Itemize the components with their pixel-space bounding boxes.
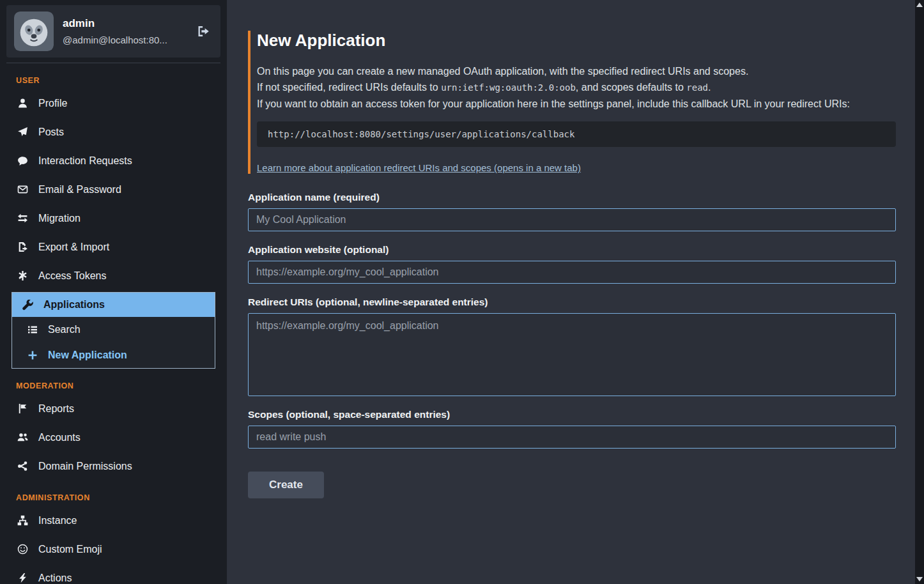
user-icon bbox=[16, 98, 29, 109]
read-code: read bbox=[686, 82, 708, 93]
scopes-input[interactable] bbox=[248, 426, 896, 449]
user-name: admin bbox=[63, 17, 185, 30]
paper-plane-icon bbox=[16, 127, 29, 137]
users-icon bbox=[16, 432, 29, 443]
file-export-icon bbox=[16, 242, 29, 252]
sidebar-item-label: Domain Permissions bbox=[38, 461, 132, 472]
redirect-uris-field-group: Redirect URIs (optional, newline-separat… bbox=[248, 296, 896, 396]
main-panel: New Application On this page you can cre… bbox=[227, 0, 915, 584]
sidebar-subitem-label: New Application bbox=[48, 350, 127, 361]
new-application-intro: New Application On this page you can cre… bbox=[248, 31, 896, 174]
sidebar-item-interaction-requests[interactable]: Interaction Requests bbox=[0, 146, 227, 175]
screwdriver-wrench-icon bbox=[21, 300, 34, 311]
intro-line-1: On this page you can create a new manage… bbox=[257, 63, 896, 79]
share-nodes-icon bbox=[16, 461, 29, 472]
bolt-icon bbox=[16, 572, 29, 583]
sidebar-item-label: Access Tokens bbox=[38, 270, 106, 282]
redirect-uris-label: Redirect URIs (optional, newline-separat… bbox=[248, 296, 896, 308]
face-smile-icon bbox=[16, 544, 29, 555]
comment-icon bbox=[16, 155, 29, 166]
applications-group: Applications Search New Application bbox=[12, 292, 215, 369]
sidebar-subitem-search[interactable]: Search bbox=[12, 317, 215, 342]
scrollbar[interactable] bbox=[915, 0, 924, 584]
intro-text: On this page you can create a new manage… bbox=[257, 63, 896, 112]
plus-icon bbox=[26, 350, 39, 360]
callback-url-code: http://localhost:8080/settings/user/appl… bbox=[257, 121, 896, 147]
intro-line-2: If not specified, redirect URIs defaults… bbox=[257, 79, 896, 96]
sidebar-item-label: Reports bbox=[38, 403, 74, 415]
arrows-left-right-icon bbox=[16, 213, 29, 224]
create-button[interactable]: Create bbox=[248, 472, 324, 498]
sidebar-item-label: Actions bbox=[38, 572, 72, 584]
sidebar-subitem-new-application[interactable]: New Application bbox=[12, 342, 215, 368]
sidebar-item-export-import[interactable]: Export & Import bbox=[0, 233, 227, 261]
sidebar-item-domain-permissions[interactable]: Domain Permissions bbox=[0, 452, 227, 480]
sidebar-item-label: Instance bbox=[38, 515, 77, 526]
sidebar-item-actions[interactable]: Actions bbox=[0, 564, 227, 584]
sidebar-item-profile[interactable]: Profile bbox=[0, 89, 227, 118]
page-title: New Application bbox=[257, 31, 896, 50]
user-card[interactable]: admin @admin@localhost:80... bbox=[6, 5, 220, 58]
sidebar-item-accounts[interactable]: Accounts bbox=[0, 423, 227, 452]
application-name-field-group: Application name (required) bbox=[248, 192, 896, 231]
sidebar-item-applications[interactable]: Applications bbox=[12, 293, 215, 317]
sidebar-divider bbox=[6, 63, 220, 63]
sidebar-item-instance[interactable]: Instance bbox=[0, 506, 227, 535]
sidebar-item-custom-emoji[interactable]: Custom Emoji bbox=[0, 535, 227, 564]
new-application-form: Application name (required) Application … bbox=[248, 192, 896, 498]
section-label-moderation: MODERATION bbox=[16, 381, 227, 390]
flag-icon bbox=[16, 403, 29, 414]
sidebar-item-label: Migration bbox=[38, 213, 81, 224]
sidebar-item-posts[interactable]: Posts bbox=[0, 118, 227, 146]
section-label-administration: ADMINISTRATION bbox=[16, 493, 227, 502]
application-website-label: Application website (optional) bbox=[248, 244, 896, 256]
oob-code: urn:ietf:wg:oauth:2.0:oob bbox=[441, 82, 576, 93]
sidebar-item-label: Applications bbox=[43, 299, 105, 311]
scroll-up-arrow[interactable] bbox=[916, 3, 923, 7]
application-name-label: Application name (required) bbox=[248, 192, 896, 203]
scopes-field-group: Scopes (optional, space-separated entrie… bbox=[248, 409, 896, 449]
sidebar-item-label: Accounts bbox=[38, 432, 81, 443]
sidebar-item-label: Posts bbox=[38, 127, 64, 138]
learn-more-link[interactable]: Learn more about application redirect UR… bbox=[257, 162, 581, 173]
logout-icon[interactable] bbox=[194, 22, 213, 41]
list-icon bbox=[26, 325, 39, 335]
scopes-label: Scopes (optional, space-separated entrie… bbox=[248, 409, 896, 420]
sidebar-item-access-tokens[interactable]: Access Tokens bbox=[0, 261, 227, 290]
sidebar-item-email-password[interactable]: Email & Password bbox=[0, 175, 227, 204]
certificate-icon bbox=[16, 270, 29, 281]
section-label-user: USER bbox=[16, 76, 227, 85]
intro-line-3: If you want to obtain an access token fo… bbox=[257, 96, 896, 112]
sidebar-subitem-label: Search bbox=[48, 324, 81, 335]
sidebar-item-label: Export & Import bbox=[38, 242, 109, 253]
sidebar-item-label: Custom Emoji bbox=[38, 544, 102, 555]
application-website-input[interactable] bbox=[248, 261, 896, 284]
envelope-icon bbox=[16, 184, 29, 195]
application-name-input[interactable] bbox=[248, 208, 896, 231]
user-info: admin @admin@localhost:80... bbox=[63, 17, 185, 45]
sidebar: admin @admin@localhost:80... USER Profil… bbox=[0, 0, 227, 584]
application-website-field-group: Application website (optional) bbox=[248, 244, 896, 284]
sidebar-item-reports[interactable]: Reports bbox=[0, 394, 227, 423]
avatar bbox=[14, 12, 54, 51]
scroll-down-arrow[interactable] bbox=[916, 577, 923, 581]
sidebar-item-label: Email & Password bbox=[38, 184, 121, 196]
sidebar-item-label: Profile bbox=[38, 98, 67, 109]
redirect-uris-textarea[interactable] bbox=[248, 313, 896, 396]
sitemap-icon bbox=[16, 515, 29, 526]
sidebar-item-label: Interaction Requests bbox=[38, 155, 132, 167]
user-handle: @admin@localhost:80... bbox=[63, 35, 185, 45]
sidebar-item-migration[interactable]: Migration bbox=[0, 204, 227, 233]
